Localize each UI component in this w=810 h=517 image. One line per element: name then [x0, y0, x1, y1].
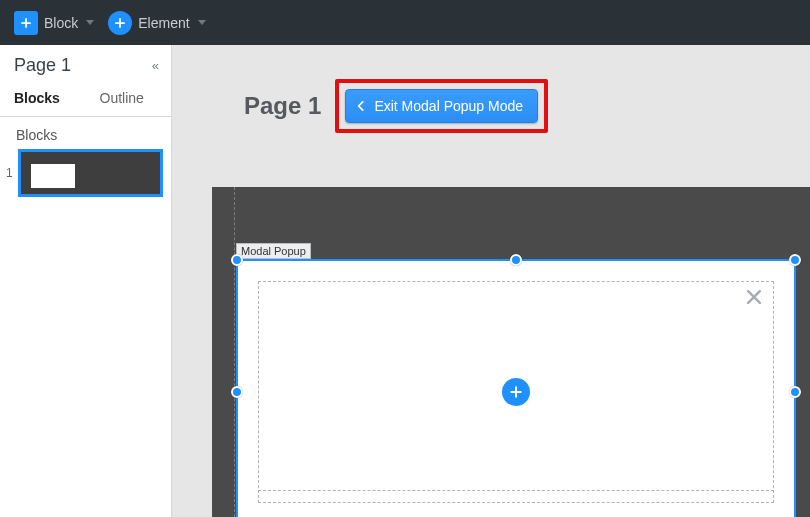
block-thumb-index: 1 [6, 166, 14, 180]
plus-icon [508, 384, 524, 400]
tab-outline[interactable]: Outline [86, 84, 172, 116]
selected-element-label: Modal Popup [236, 243, 311, 259]
block-thumbnail[interactable] [18, 149, 163, 197]
collapse-sidebar-button[interactable]: « [152, 58, 159, 73]
top-toolbar: Block Element [0, 0, 810, 45]
plus-icon [14, 11, 38, 35]
sidebar-title: Page 1 [14, 55, 71, 76]
ruler-guide-vertical [234, 187, 235, 517]
page-title: Page 1 [244, 92, 321, 120]
sidebar-section-label: Blocks [0, 117, 171, 149]
chevron-left-icon [354, 99, 368, 113]
sidebar: Page 1 « Blocks Outline Blocks 1 [0, 45, 172, 517]
chevron-down-icon [86, 20, 94, 25]
chevron-down-icon [198, 20, 206, 25]
modal-close-button[interactable] [744, 287, 764, 311]
resize-handle-n[interactable] [510, 254, 522, 266]
resize-handle-ne[interactable] [789, 254, 801, 266]
plus-icon [108, 11, 132, 35]
close-icon [744, 287, 764, 307]
add-content-button[interactable] [502, 378, 530, 406]
canvas-area: Page 1 Exit Modal Popup Mode Modal Popup [172, 45, 810, 517]
modal-popup-element[interactable]: Modal Popup [236, 259, 796, 517]
content-baseline-guide [258, 490, 774, 491]
add-block-button[interactable]: Block [12, 7, 96, 39]
resize-handle-w[interactable] [231, 386, 243, 398]
resize-handle-e[interactable] [789, 386, 801, 398]
tab-blocks[interactable]: Blocks [0, 84, 86, 116]
add-element-label: Element [138, 15, 189, 31]
exit-button-label: Exit Modal Popup Mode [374, 98, 523, 114]
exit-button-highlight: Exit Modal Popup Mode [335, 79, 548, 133]
block-thumbnail-preview [31, 164, 75, 188]
resize-handle-nw[interactable] [231, 254, 243, 266]
add-block-label: Block [44, 15, 78, 31]
add-element-button[interactable]: Element [106, 7, 207, 39]
exit-modal-popup-button[interactable]: Exit Modal Popup Mode [345, 89, 538, 123]
editor-stage[interactable]: Modal Popup [212, 187, 810, 517]
